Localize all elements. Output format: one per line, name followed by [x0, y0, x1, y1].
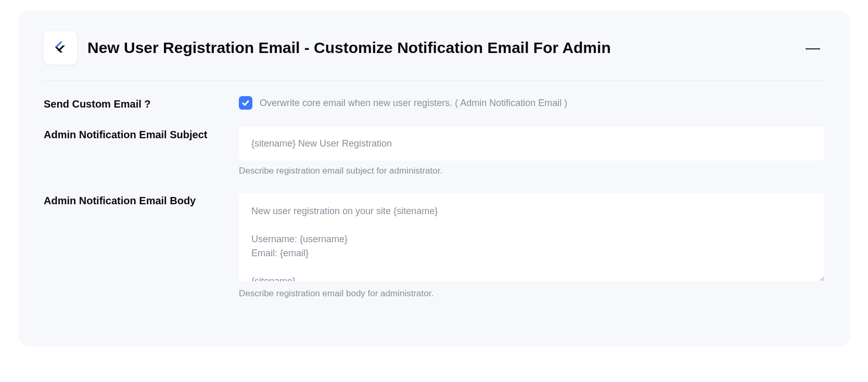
header-left: New User Registration Email - Customize … [44, 31, 611, 64]
admin-subject-input[interactable] [239, 127, 824, 161]
field-control: Describe registration email body for adm… [239, 193, 824, 299]
card-header: New User Registration Email - Customize … [44, 31, 824, 81]
helper-text: Describe registration email subject for … [239, 166, 824, 176]
checkbox-label: Overwrite core email when new user regis… [260, 98, 567, 109]
checkbox-wrapper: Overwrite core email when new user regis… [239, 96, 824, 110]
settings-card: New User Registration Email - Customize … [18, 10, 850, 347]
field-row-admin-body: Admin Notification Email Body Describe r… [44, 193, 824, 299]
send-custom-email-checkbox[interactable] [239, 96, 252, 110]
field-row-send-custom: Send Custom Email ? Overwrite core email… [44, 96, 824, 110]
check-icon [241, 99, 250, 107]
collapse-toggle[interactable]: — [801, 38, 824, 57]
field-label-admin-subject: Admin Notification Email Subject [44, 127, 239, 141]
product-logo [44, 31, 77, 64]
field-label-admin-body: Admin Notification Email Body [44, 193, 239, 207]
arrows-icon [51, 38, 70, 57]
helper-text: Describe registration email body for adm… [239, 288, 824, 299]
minus-icon: — [806, 39, 820, 56]
field-control: Overwrite core email when new user regis… [239, 96, 824, 110]
field-control: Describe registration email subject for … [239, 127, 824, 176]
page-title: New User Registration Email - Customize … [87, 39, 611, 57]
field-label-send-custom: Send Custom Email ? [44, 96, 239, 110]
admin-body-textarea[interactable] [239, 193, 824, 281]
field-row-admin-subject: Admin Notification Email Subject Describ… [44, 127, 824, 176]
